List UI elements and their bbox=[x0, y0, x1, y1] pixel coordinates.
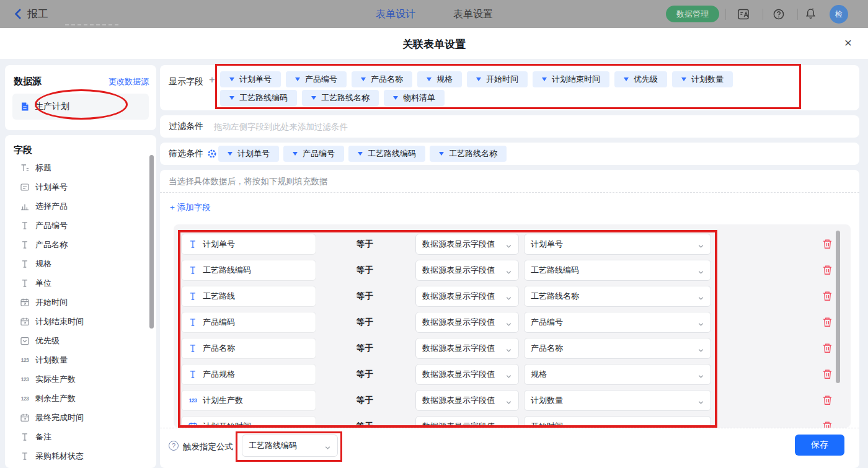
field-item[interactable]: 备注 bbox=[5, 427, 156, 446]
chevron-down-icon bbox=[698, 241, 704, 248]
data-manage-button[interactable]: 数据管理 bbox=[666, 6, 719, 22]
field-tag[interactable]: 优先级 bbox=[614, 71, 667, 87]
dropdown-caret-icon bbox=[295, 77, 300, 81]
field-tag[interactable]: 开始时间 bbox=[467, 71, 528, 87]
source-field-select[interactable]: 工艺路线编码 bbox=[524, 260, 711, 281]
fields-scrollbar[interactable] bbox=[149, 155, 154, 329]
field-tag[interactable]: 工艺路线名称 bbox=[430, 146, 507, 162]
delete-rule-button[interactable] bbox=[822, 368, 833, 380]
rule-field-input[interactable]: 计划开始时间 bbox=[181, 416, 316, 428]
tab-form-settings[interactable]: 表单设置 bbox=[453, 8, 493, 21]
back-chevron-icon[interactable] bbox=[14, 8, 22, 20]
field-item[interactable]: 最终完成时间 bbox=[5, 408, 156, 427]
field-item[interactable]: 规格 bbox=[5, 254, 156, 273]
source-type-select[interactable]: 数据源表显示字段值 bbox=[415, 416, 519, 428]
question-icon[interactable]: ? bbox=[169, 441, 179, 451]
dropdown-caret-icon bbox=[393, 96, 398, 100]
source-field-select[interactable]: 开始时间 bbox=[524, 416, 711, 428]
app-header: 报工 表单设计 表单设置 数据管理 检 bbox=[0, 0, 868, 28]
field-tag[interactable]: 计划结束时间 bbox=[533, 71, 609, 87]
screen-card: 筛选条件 计划单号产品编号工艺路线编码工艺路线名称 bbox=[160, 143, 859, 165]
help-icon[interactable] bbox=[773, 8, 785, 20]
dropdown-caret-icon bbox=[311, 96, 316, 100]
source-field-select[interactable]: 产品名称 bbox=[524, 338, 711, 359]
change-datasource-link[interactable]: 更改数据源 bbox=[108, 76, 149, 87]
field-tag[interactable]: 产品编号 bbox=[283, 146, 344, 162]
source-field-select[interactable]: 工艺路线名称 bbox=[524, 286, 711, 307]
text-icon bbox=[20, 259, 30, 269]
rule-field-input[interactable]: 工艺路线编码 bbox=[181, 260, 316, 281]
field-tag[interactable]: 计划数量 bbox=[672, 71, 733, 87]
close-icon[interactable]: × bbox=[841, 35, 856, 50]
rule-field-input[interactable]: 工艺路线 bbox=[181, 286, 316, 307]
rule-field-label: 产品编码 bbox=[203, 317, 235, 328]
tab-form-design[interactable]: 表单设计 bbox=[376, 8, 415, 21]
source-type-value: 数据源表显示字段值 bbox=[422, 369, 495, 380]
field-item[interactable]: 计划单号 bbox=[5, 177, 156, 196]
source-field-select[interactable]: 产品编号 bbox=[524, 312, 711, 333]
field-tag[interactable]: 规格 bbox=[417, 71, 462, 87]
datasource-item[interactable]: 生产计划 bbox=[12, 94, 149, 120]
field-item[interactable]: 123计划数量 bbox=[5, 350, 156, 369]
delete-rule-button[interactable] bbox=[822, 394, 833, 406]
rule-field-input[interactable]: 产品编码 bbox=[181, 312, 316, 333]
rule-field-input[interactable]: 产品名称 bbox=[181, 338, 316, 359]
field-item[interactable]: 选择产品 bbox=[5, 196, 156, 216]
rule-field-label: 工艺路线 bbox=[203, 291, 235, 302]
user-avatar[interactable]: 检 bbox=[830, 5, 848, 24]
source-type-select[interactable]: 数据源表显示字段值 bbox=[415, 234, 519, 255]
source-field-select[interactable]: 计划数量 bbox=[524, 390, 711, 411]
source-field-select[interactable]: 计划单号 bbox=[524, 234, 711, 255]
field-item[interactable]: 优先级 bbox=[5, 331, 156, 350]
add-display-field-button[interactable]: + bbox=[209, 74, 215, 86]
field-item[interactable]: 采购耗材状态 bbox=[5, 446, 156, 466]
source-type-select[interactable]: 数据源表显示字段值 bbox=[415, 364, 519, 385]
source-type-select[interactable]: 数据源表显示字段值 bbox=[415, 338, 519, 359]
field-tag[interactable]: 计划单号 bbox=[218, 146, 279, 162]
field-item[interactable]: 单位 bbox=[5, 273, 156, 293]
save-button[interactable]: 保存 bbox=[795, 435, 844, 456]
field-item[interactable]: 123剩余生产数 bbox=[5, 389, 156, 408]
field-item[interactable]: 产品名称 bbox=[5, 235, 156, 254]
gear-icon[interactable] bbox=[207, 149, 217, 159]
notification-bell-icon[interactable] bbox=[805, 7, 817, 20]
field-item[interactable]: 计划结束时间 bbox=[5, 312, 156, 331]
delete-rule-button[interactable] bbox=[822, 238, 833, 250]
field-item[interactable]: 123实际生产数 bbox=[5, 369, 156, 389]
rule-field-label: 计划开始时间 bbox=[203, 421, 251, 428]
delete-rule-button[interactable] bbox=[822, 290, 833, 302]
field-tag[interactable]: 工艺路线编码 bbox=[348, 146, 425, 162]
field-item[interactable]: 产品编号 bbox=[5, 216, 156, 235]
field-tag[interactable]: 产品名称 bbox=[352, 71, 412, 87]
rule-field-input[interactable]: 计划单号 bbox=[181, 234, 316, 255]
source-type-select[interactable]: 数据源表显示字段值 bbox=[415, 312, 519, 333]
translate-icon[interactable] bbox=[737, 7, 750, 21]
filter-dropzone-placeholder[interactable]: 拖动左侧字段到此处来添加过滤条件 bbox=[214, 121, 348, 133]
rule-operator: 等于 bbox=[356, 265, 373, 276]
rule-field-input[interactable]: 产品规格 bbox=[181, 364, 316, 385]
title-icon bbox=[20, 163, 30, 173]
delete-rule-button[interactable] bbox=[822, 316, 833, 328]
field-tag[interactable]: 产品编号 bbox=[286, 71, 347, 87]
text-icon bbox=[188, 239, 198, 249]
app-back-title[interactable]: 报工 bbox=[27, 7, 48, 21]
delete-rule-button[interactable] bbox=[822, 342, 833, 354]
delete-rule-button[interactable] bbox=[822, 420, 833, 428]
rule-field-input[interactable]: 123计划生产数 bbox=[181, 390, 316, 411]
source-type-select[interactable]: 数据源表显示字段值 bbox=[415, 260, 519, 281]
trigger-field-select[interactable]: 工艺路线编码 bbox=[242, 435, 338, 457]
field-item-label: 产品编号 bbox=[35, 220, 68, 231]
add-field-button[interactable]: + 添加字段 bbox=[170, 202, 211, 213]
source-type-select[interactable]: 数据源表显示字段值 bbox=[415, 286, 519, 307]
delete-rule-button[interactable] bbox=[822, 264, 833, 276]
field-item[interactable]: 标题 bbox=[5, 158, 156, 177]
source-type-select[interactable]: 数据源表显示字段值 bbox=[415, 390, 519, 411]
field-tag[interactable]: 工艺路线编码 bbox=[220, 90, 297, 106]
source-field-select[interactable]: 规格 bbox=[524, 364, 711, 385]
field-tag[interactable]: 物料清单 bbox=[384, 90, 445, 106]
fields-card: 字段 标题计划单号选择产品产品编号产品名称规格单位开始时间计划结束时间优先级12… bbox=[5, 135, 156, 468]
field-tag-label: 计划数量 bbox=[691, 74, 724, 85]
field-tag[interactable]: 计划单号 bbox=[220, 71, 281, 87]
field-tag[interactable]: 工艺路线名称 bbox=[302, 90, 379, 106]
field-item[interactable]: 开始时间 bbox=[5, 293, 156, 312]
